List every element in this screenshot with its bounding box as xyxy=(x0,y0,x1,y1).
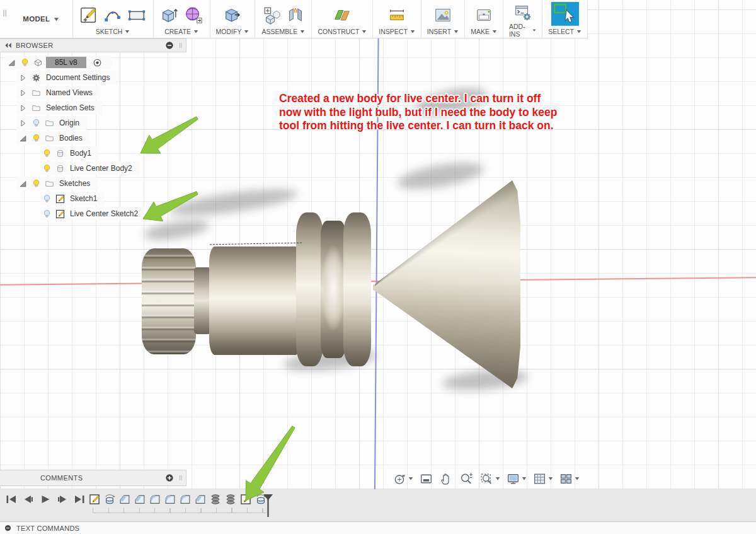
tree-row-box[interactable]: Origin xyxy=(16,116,87,130)
step-back-button[interactable] xyxy=(22,494,35,506)
tree-item-label[interactable]: Live Center Body2 xyxy=(70,164,132,173)
tree-row-box[interactable]: Selection Sets xyxy=(16,101,102,115)
model-threaded-knob[interactable] xyxy=(142,248,196,354)
tree-item-label[interactable]: Bodies xyxy=(59,134,83,142)
expand-node-icon[interactable] xyxy=(16,102,30,113)
create-sketch-button[interactable] xyxy=(79,4,100,25)
construction-plane-button[interactable] xyxy=(332,4,353,25)
collapse-node-icon[interactable] xyxy=(5,57,18,68)
collapse-node-icon[interactable] xyxy=(16,178,30,189)
timeline-feature-revolve[interactable] xyxy=(103,493,116,506)
expand-node-icon[interactable] xyxy=(16,87,30,98)
collapse-panel-icon[interactable] xyxy=(3,40,13,50)
text-commands-label[interactable]: TEXT COMMANDS xyxy=(16,525,79,532)
tree-row-box[interactable]: 85L v8 xyxy=(5,55,112,69)
extrude-button[interactable] xyxy=(159,4,180,25)
workspace-switcher[interactable]: MODEL xyxy=(10,0,72,38)
timeline-feature-coil[interactable] xyxy=(224,493,237,506)
tree-row-box[interactable]: Document Settings xyxy=(16,71,117,84)
visibility-bulb-on-icon[interactable] xyxy=(18,57,32,68)
tree-item-label[interactable]: Origin xyxy=(59,119,79,127)
timeline-feature-sketch[interactable] xyxy=(239,493,252,506)
tree-item-label[interactable]: 85L v8 xyxy=(46,57,86,68)
tree-item-label[interactable]: Selection Sets xyxy=(46,103,94,112)
expand-node-icon[interactable] xyxy=(16,117,30,129)
zoom-button[interactable] xyxy=(457,470,476,487)
tree-row-box[interactable]: Body1 xyxy=(40,146,99,160)
model-cone[interactable] xyxy=(373,180,520,388)
go-to-start-button[interactable] xyxy=(5,494,18,506)
insert-image-button[interactable] xyxy=(433,4,454,25)
timeline-feature-fillet[interactable] xyxy=(164,493,176,506)
tree-item-label[interactable]: Named Views xyxy=(46,88,93,97)
tree-item-label[interactable]: Document Settings xyxy=(46,73,110,82)
tree-item-label[interactable]: Body1 xyxy=(70,149,91,158)
toolbar-group-menu[interactable]: CONSTRUCT xyxy=(318,28,367,37)
toolbar-group-menu[interactable]: ADD-INS xyxy=(509,23,536,39)
form-button[interactable] xyxy=(183,4,204,25)
comments-panel-header[interactable]: COMMENTS xyxy=(0,470,186,486)
timeline-position-marker[interactable] xyxy=(263,493,273,518)
toolbar-group-menu[interactable]: MAKE xyxy=(471,28,497,37)
collapse-node-icon[interactable] xyxy=(16,132,30,144)
pan-button[interactable] xyxy=(437,470,455,487)
tree-item-label[interactable]: Live Center Sketch2 xyxy=(70,209,138,218)
rectangle-button[interactable] xyxy=(127,4,147,25)
timeline-feature-chamfer[interactable] xyxy=(194,493,207,506)
toolbar-group-menu[interactable]: CREATE xyxy=(164,28,198,37)
select-button[interactable] xyxy=(551,2,579,26)
3d-print-button[interactable] xyxy=(474,4,495,25)
tree-row-box[interactable]: Sketch1 xyxy=(40,192,105,206)
tree-item-label[interactable]: Sketches xyxy=(59,179,90,188)
activate-radio-icon[interactable] xyxy=(91,57,104,68)
timeline-feature-chamfer[interactable] xyxy=(118,493,131,506)
tree-row-box[interactable]: Sketches xyxy=(16,177,98,190)
visibility-bulb-off-icon[interactable] xyxy=(40,193,54,204)
plus-circle-icon[interactable] xyxy=(164,473,175,483)
panel-grip-icon[interactable] xyxy=(177,40,185,50)
toolbar-group-menu[interactable]: ASSEMBLE xyxy=(262,28,306,37)
panel-grip-icon[interactable] xyxy=(177,473,185,483)
grid-settings-button[interactable] xyxy=(530,470,555,487)
timeline-feature-chamfer[interactable] xyxy=(134,493,146,506)
toolbar-group-menu[interactable]: SELECT xyxy=(548,28,581,37)
play-button[interactable] xyxy=(39,494,52,506)
step-forward-button[interactable] xyxy=(56,494,69,506)
model-pulley-groove[interactable] xyxy=(321,221,346,358)
visibility-bulb-off-icon[interactable] xyxy=(40,208,54,219)
model-pulley-flange-right[interactable] xyxy=(343,212,371,366)
toolbar-group-menu[interactable]: INSERT xyxy=(427,28,459,37)
measure-button[interactable] xyxy=(387,4,408,25)
model-shaft-cylinder[interactable] xyxy=(209,247,301,355)
new-component-button[interactable] xyxy=(261,4,282,25)
visibility-bulb-on-icon[interactable] xyxy=(30,178,43,189)
timeline-feature-coil[interactable] xyxy=(209,493,222,506)
timeline-feature-fillet[interactable] xyxy=(149,493,161,506)
model-neck[interactable] xyxy=(194,267,211,334)
press-pull-button[interactable] xyxy=(222,4,243,25)
model-pulley-flange-left[interactable] xyxy=(296,212,323,366)
fit-button[interactable] xyxy=(478,470,502,487)
visibility-bulb-on-icon[interactable] xyxy=(40,148,54,159)
timeline-feature-fillet[interactable] xyxy=(179,493,192,506)
minus-circle-icon[interactable] xyxy=(4,524,12,532)
toolbar-group-menu[interactable]: MODIFY xyxy=(216,28,249,37)
look-at-button[interactable] xyxy=(417,470,435,487)
visibility-bulb-off-icon[interactable] xyxy=(30,117,43,129)
joint-button[interactable] xyxy=(285,4,306,25)
scripts-addins-button[interactable] xyxy=(512,2,533,23)
browser-panel-header[interactable]: BROWSER xyxy=(0,38,186,52)
minus-circle-icon[interactable] xyxy=(164,40,175,50)
toolbar-group-menu[interactable]: INSPECT xyxy=(379,28,415,37)
visibility-bulb-on-icon[interactable] xyxy=(40,163,54,174)
tree-row-box[interactable]: Bodies xyxy=(16,131,90,145)
expand-node-icon[interactable] xyxy=(16,72,30,83)
orbit-button[interactable] xyxy=(391,470,415,487)
toolbar-grip[interactable] xyxy=(0,0,10,38)
tree-row-box[interactable]: Named Views xyxy=(16,86,100,100)
tree-row-box[interactable]: Live Center Sketch2 xyxy=(40,207,146,221)
toolbar-group-menu[interactable]: SKETCH xyxy=(96,28,130,37)
visibility-bulb-on-icon[interactable] xyxy=(30,132,43,144)
tree-row-box[interactable]: Live Center Body2 xyxy=(40,161,140,175)
display-settings-button[interactable] xyxy=(504,470,529,487)
